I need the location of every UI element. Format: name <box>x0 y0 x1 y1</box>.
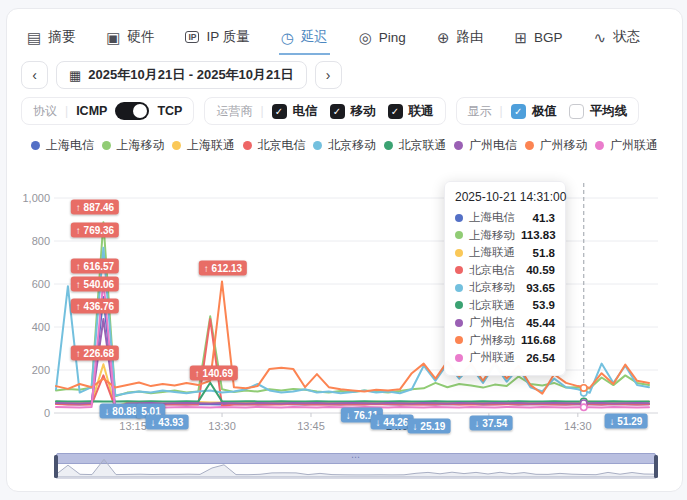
tooltip-series-dot-icon <box>455 284 463 292</box>
legend-label: 北京联通 <box>399 137 447 154</box>
display-group: 显示 | ✓极值平均线 <box>456 97 640 125</box>
y-axis-label: 400 <box>32 321 50 333</box>
y-axis-label: 200 <box>32 364 50 376</box>
tab-Ping[interactable]: ◎Ping <box>357 21 408 55</box>
tab-label: 摘要 <box>48 28 75 46</box>
tooltip-series-value: 116.68 <box>521 334 556 346</box>
bgp-icon: ⊞ <box>514 30 527 45</box>
calendar-icon: ▦ <box>69 68 81 83</box>
status-icon: ∿ <box>594 30 607 45</box>
legend-label: 上海联通 <box>187 137 235 154</box>
legend-label: 北京移动 <box>328 137 376 154</box>
tab-BGP[interactable]: ⊞BGP <box>512 21 564 55</box>
date-bar: ‹ ▦ 2025年10月21日 - 2025年10月21日 › <box>21 61 342 89</box>
protocol-toggle[interactable] <box>115 102 149 120</box>
legend-label: 广州移动 <box>540 137 588 154</box>
legend-item-广州电信[interactable]: 广州电信 <box>454 137 517 154</box>
ping-icon: ◎ <box>359 30 372 45</box>
min-marker-51.29: ↓ 51.29 <box>605 414 648 429</box>
checkbox-label: 电信 <box>293 103 318 120</box>
tooltip-series-name: 广州联通 <box>469 350 520 365</box>
tooltip-row: 广州联通26.54 <box>455 349 555 367</box>
tooltip-row: 广州移动116.68 <box>455 332 555 350</box>
prev-day-button[interactable]: ‹ <box>21 61 48 89</box>
carrier-label: 运营商 <box>216 103 252 120</box>
max-marker-436.76: ↑ 436.76 <box>71 299 119 314</box>
legend-item-北京移动[interactable]: 北京移动 <box>313 137 376 154</box>
date-range-label: 2025年10月21日 - 2025年10月21日 <box>88 66 293 84</box>
checkbox-极值[interactable]: ✓极值 <box>511 103 557 120</box>
hardware-icon: ▣ <box>106 30 120 45</box>
legend-label: 上海移动 <box>117 137 165 154</box>
min-marker-43.93: ↓ 43.93 <box>146 415 189 430</box>
datazoom-slider[interactable]: ⋯ <box>56 453 656 479</box>
chart-tooltip: 2025-10-21 14:31:00 上海电信41.3上海移动113.83上海… <box>444 181 566 376</box>
checkbox-移动[interactable]: ✓移动 <box>330 103 376 120</box>
tooltip-series-value: 40.59 <box>526 264 555 276</box>
next-day-button[interactable]: › <box>315 61 342 89</box>
datazoom-left-handle[interactable] <box>54 455 58 478</box>
monitor-card: ▤摘要▣硬件IPIP 质量◷延迟◎Ping⊕路由⊞BGP∿状态 ‹ ▦ 2025… <box>6 8 683 492</box>
tab-延迟[interactable]: ◷延迟 <box>279 21 330 55</box>
tab-硬件[interactable]: ▣硬件 <box>104 21 156 55</box>
tooltip-series-dot-icon <box>455 354 463 362</box>
legend-item-北京电信[interactable]: 北京电信 <box>243 137 306 154</box>
tooltip-series-value: 41.3 <box>533 212 555 224</box>
tooltip-row: 上海移动113.83 <box>455 227 555 245</box>
tooltip-series-name: 北京电信 <box>469 263 520 278</box>
legend-item-广州移动[interactable]: 广州移动 <box>525 137 588 154</box>
tooltip-series-name: 北京移动 <box>469 280 520 295</box>
tooltip-series-value: 113.83 <box>521 229 556 241</box>
tooltip-title: 2025-10-21 14:31:00 <box>455 190 555 204</box>
checkbox-联通[interactable]: ✓联通 <box>388 103 434 120</box>
max-marker-887.46: ↑ 887.46 <box>71 200 119 215</box>
tooltip-series-dot-icon <box>455 266 463 274</box>
legend-dot-icon <box>31 141 40 150</box>
tooltip-row: 广州电信45.44 <box>455 314 555 332</box>
max-marker-612.13: ↑ 612.13 <box>199 261 247 276</box>
min-marker-25.19: ↓ 25.19 <box>408 419 451 434</box>
tab-路由[interactable]: ⊕路由 <box>435 21 486 55</box>
checked-box-icon: ✓ <box>511 104 526 119</box>
checkbox-电信[interactable]: ✓电信 <box>272 103 318 120</box>
legend-label: 广州联通 <box>610 137 658 154</box>
legend-dot-icon <box>313 141 322 150</box>
tab-摘要[interactable]: ▤摘要 <box>25 21 77 55</box>
tooltip-series-dot-icon <box>455 319 463 327</box>
tab-label: BGP <box>534 30 563 45</box>
protocol-group: 协议 | ICMP TCP <box>21 97 194 125</box>
tooltip-series-value: 26.54 <box>526 352 555 364</box>
tooltip-series-value: 51.8 <box>533 247 555 259</box>
tab-状态[interactable]: ∿状态 <box>592 21 643 55</box>
carrier-group: 运营商 | ✓电信✓移动✓联通 <box>204 97 445 125</box>
ip-quality-icon: IP <box>185 31 199 44</box>
checkbox-label: 移动 <box>351 103 376 120</box>
checkbox-label: 联通 <box>409 103 434 120</box>
y-axis-label: 0 <box>44 407 50 419</box>
checkbox-平均线[interactable]: 平均线 <box>569 103 628 120</box>
legend-dot-icon <box>454 141 463 150</box>
legend-item-上海移动[interactable]: 上海移动 <box>102 137 165 154</box>
max-marker-769.36: ↑ 769.36 <box>71 223 119 238</box>
legend-item-上海电信[interactable]: 上海电信 <box>31 137 94 154</box>
tooltip-series-value: 45.44 <box>526 317 555 329</box>
latency-chart[interactable]: 1,000800600400200013:1513:3013:4514:0014… <box>7 169 682 453</box>
legend-dot-icon <box>384 141 393 150</box>
max-marker-140.69: ↑ 140.69 <box>190 366 238 381</box>
slider-mini-chart <box>56 459 656 477</box>
legend-item-上海联通[interactable]: 上海联通 <box>172 137 235 154</box>
toggle-knob <box>133 104 147 118</box>
datazoom-right-handle[interactable] <box>654 455 658 478</box>
y-axis-label: 1,000 <box>22 192 50 204</box>
tab-label: 路由 <box>456 28 483 46</box>
legend-item-北京联通[interactable]: 北京联通 <box>384 137 447 154</box>
tooltip-row: 北京电信40.59 <box>455 262 555 280</box>
legend-dot-icon <box>243 141 252 150</box>
legend-item-广州联通[interactable]: 广州联通 <box>595 137 658 154</box>
protocol-icmp-label: ICMP <box>76 104 107 118</box>
summary-icon: ▤ <box>27 30 41 45</box>
tooltip-series-name: 上海移动 <box>469 228 515 243</box>
tooltip-series-dot-icon <box>455 214 463 222</box>
tab-IP 质量[interactable]: IPIP 质量 <box>183 21 251 55</box>
date-range-button[interactable]: ▦ 2025年10月21日 - 2025年10月21日 <box>56 61 307 89</box>
